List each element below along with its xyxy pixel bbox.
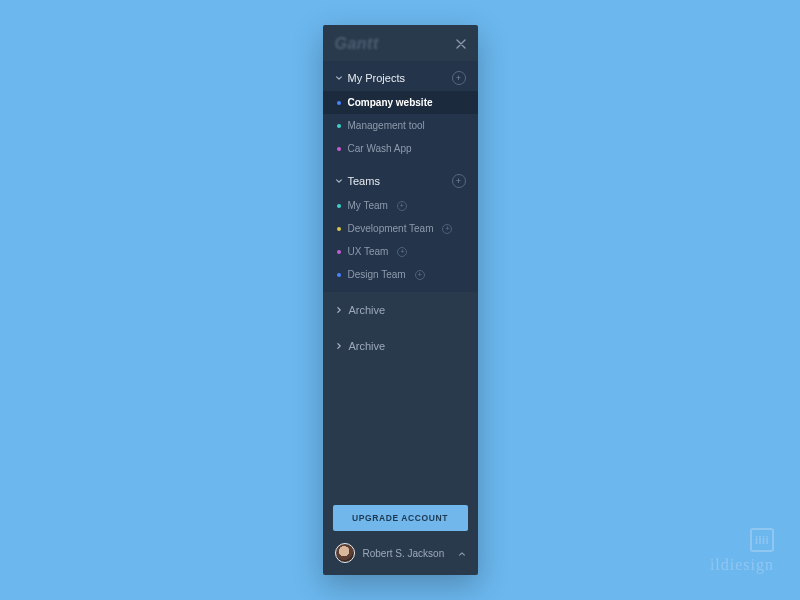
section-title: Archive [349,304,386,316]
sidebar-item-label: UX Team [348,246,389,257]
status-dot-icon [337,273,341,277]
add-member-icon[interactable]: + [415,270,425,280]
chevron-down-icon [335,74,343,82]
user-name-label: Robert S. Jackson [363,548,450,559]
sidebar-item-team[interactable]: My Team + [323,194,478,217]
section-title: Archive [349,340,386,352]
sidebar: Gantt My Projects + Company website [323,25,478,575]
user-menu[interactable]: Robert S. Jackson [333,543,468,563]
sidebar-item-label: Development Team [348,223,434,234]
add-project-icon[interactable]: + [452,71,466,85]
sidebar-item-project[interactable]: Management tool [323,114,478,137]
section-header-archive[interactable]: Archive [323,292,478,328]
sidebar-item-label: Management tool [348,120,425,131]
sidebar-item-team[interactable]: Development Team + [323,217,478,240]
sidebar-item-team[interactable]: UX Team + [323,240,478,263]
status-dot-icon [337,250,341,254]
status-dot-icon [337,227,341,231]
section-title: Teams [348,175,380,187]
add-member-icon[interactable]: + [397,247,407,257]
watermark-text: ildiesign [710,556,774,574]
chevron-down-icon [335,177,343,185]
sidebar-item-label: Car Wash App [348,143,412,154]
sidebar-item-project[interactable]: Company website [323,91,478,114]
section-header-projects[interactable]: My Projects + [323,61,478,91]
chevron-right-icon [335,342,343,350]
chevron-right-icon [335,306,343,314]
sidebar-item-project[interactable]: Car Wash App [323,137,478,160]
sidebar-item-team[interactable]: Design Team + [323,263,478,286]
add-team-icon[interactable]: + [452,174,466,188]
section-header-teams[interactable]: Teams + [323,160,478,194]
sidebar-item-label: Company website [348,97,433,108]
avatar [335,543,355,563]
sidebar-item-label: Design Team [348,269,406,280]
sidebar-header: Gantt [323,25,478,61]
watermark-logo-icon: ilii [750,528,774,552]
sidebar-item-label: My Team [348,200,388,211]
section-header-archive[interactable]: Archive [323,328,478,364]
status-dot-icon [337,204,341,208]
close-icon[interactable] [456,37,466,51]
status-dot-icon [337,101,341,105]
section-title: My Projects [348,72,405,84]
status-dot-icon [337,147,341,151]
upgrade-account-button[interactable]: UPGRADE ACCOUNT [333,505,468,531]
app-logo: Gantt [335,35,379,53]
sidebar-body: My Projects + Company website Management… [323,61,478,495]
sidebar-footer: UPGRADE ACCOUNT Robert S. Jackson [323,495,478,575]
chevron-up-icon [458,544,466,562]
watermark: ilii ildiesign [710,528,774,574]
section-projects: My Projects + Company website Management… [323,61,478,292]
add-member-icon[interactable]: + [442,224,452,234]
status-dot-icon [337,124,341,128]
add-member-icon[interactable]: + [397,201,407,211]
